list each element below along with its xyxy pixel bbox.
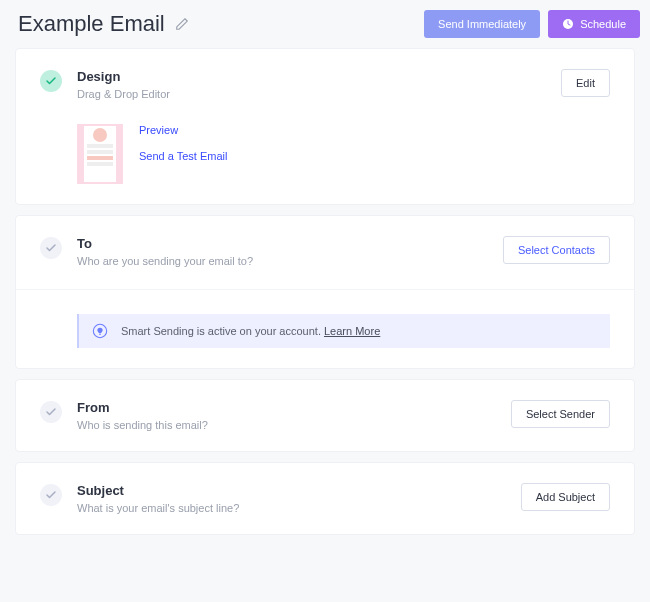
subject-title: Subject	[77, 483, 239, 498]
page-title: Example Email	[18, 11, 165, 37]
from-title: From	[77, 400, 208, 415]
design-subtitle: Drag & Drop Editor	[77, 88, 170, 100]
edit-button[interactable]: Edit	[561, 69, 610, 97]
select-contacts-button[interactable]: Select Contacts	[503, 236, 610, 264]
send-immediately-button[interactable]: Send Immediately	[424, 10, 540, 38]
clock-icon	[562, 18, 574, 30]
edit-title-icon[interactable]	[175, 17, 189, 31]
to-subtitle: Who are you sending your email to?	[77, 255, 253, 267]
send-test-link[interactable]: Send a Test Email	[139, 150, 227, 162]
design-thumbnail[interactable]	[77, 124, 123, 184]
from-subtitle: Who is sending this email?	[77, 419, 208, 431]
select-sender-button[interactable]: Select Sender	[511, 400, 610, 428]
check-icon	[40, 484, 62, 506]
design-title: Design	[77, 69, 170, 84]
add-subject-button[interactable]: Add Subject	[521, 483, 610, 511]
svg-rect-2	[99, 334, 101, 335]
smart-sending-icon	[91, 322, 109, 340]
to-title: To	[77, 236, 253, 251]
check-icon	[40, 70, 62, 92]
page-header: Example Email Send Immediately Schedule	[0, 0, 650, 48]
to-section: To Who are you sending your email to? Se…	[15, 215, 635, 369]
subject-section: Subject What is your email's subject lin…	[15, 462, 635, 535]
learn-more-link[interactable]: Learn More	[324, 325, 380, 337]
preview-link[interactable]: Preview	[139, 124, 227, 136]
divider	[16, 289, 634, 290]
design-section: Design Drag & Drop Editor Edit Preview S…	[15, 48, 635, 205]
send-immediately-label: Send Immediately	[438, 18, 526, 30]
schedule-button[interactable]: Schedule	[548, 10, 640, 38]
from-section: From Who is sending this email? Select S…	[15, 379, 635, 452]
subject-subtitle: What is your email's subject line?	[77, 502, 239, 514]
check-icon	[40, 401, 62, 423]
smart-sending-banner: Smart Sending is active on your account.…	[77, 314, 610, 348]
check-icon	[40, 237, 62, 259]
schedule-label: Schedule	[580, 18, 626, 30]
banner-text: Smart Sending is active on your account.…	[121, 325, 380, 337]
